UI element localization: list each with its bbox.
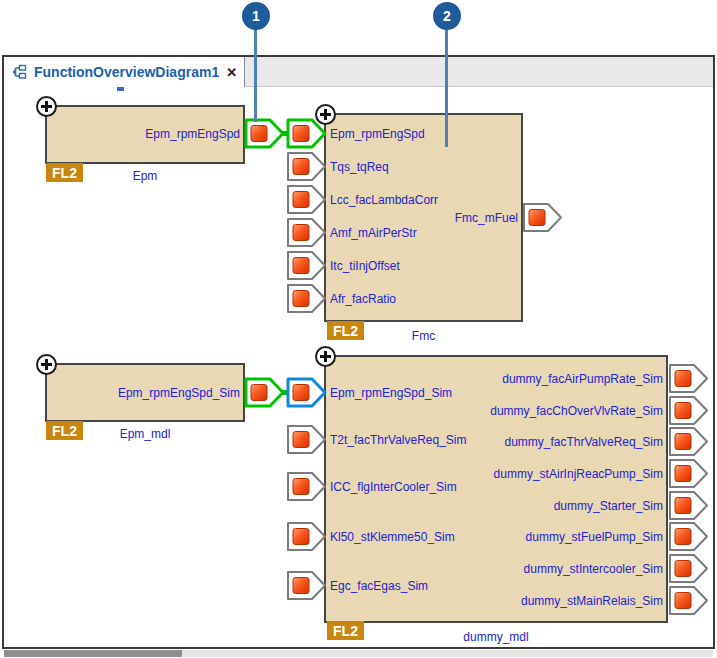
- dummy-output-label-0: dummy_facAirPumpRate_Sim: [502, 371, 663, 387]
- close-icon[interactable]: ✕: [226, 65, 237, 80]
- callout-1-stem: [254, 29, 257, 122]
- epm-fl2-badge: FL2: [46, 163, 83, 182]
- fmc-input-port-2[interactable]: [286, 184, 327, 215]
- dummy-mdl-output-port-5[interactable]: [668, 521, 709, 552]
- fmc-input-label-5: Afr_facRatio: [330, 291, 396, 307]
- epm-output-port[interactable]: [244, 118, 285, 149]
- epm-output-label: Epm_rpmEngSpd: [145, 126, 240, 142]
- epm-mdl-fl2-badge: FL2: [46, 421, 83, 440]
- dummy-mdl-input-port-2[interactable]: [286, 471, 327, 502]
- epm-mdl-output-port[interactable]: [244, 377, 285, 408]
- fmc-input-port-3[interactable]: [286, 217, 327, 248]
- fmc-input-port-4[interactable]: [286, 250, 327, 281]
- diagram-editor-window: FunctionOverviewDiagram1 ✕ Epm_rpmEngSpd…: [0, 0, 717, 658]
- dummy-output-label-4: dummy_Starter_Sim: [554, 498, 663, 514]
- epm-mdl-output-label: Epm_rpmEngSpd_Sim: [118, 385, 240, 401]
- fmc-expand-button[interactable]: [315, 104, 336, 125]
- fmc-input-label-1: Tqs_tqReq: [330, 159, 389, 175]
- dummy-output-label-5: dummy_stFuelPump_Sim: [526, 529, 663, 545]
- fmc-input-label-2: Lcc_facLambdaCorr: [330, 192, 438, 208]
- dummy-input-label-3: Kl50_stKlemme50_Sim: [330, 529, 455, 545]
- callout-1: 1: [242, 2, 270, 30]
- dummy-input-label-4: Egc_facEgas_Sim: [330, 578, 428, 594]
- horizontal-scrollbar-thumb[interactable]: [4, 650, 182, 657]
- dummy-output-label-1: dummy_facChOverVlvRate_Sim: [490, 403, 663, 419]
- dummy-output-label-6: dummy_stIntercooler_Sim: [524, 561, 663, 577]
- dummy-mdl-expand-button[interactable]: [315, 346, 336, 367]
- dummy-mdl-block-name: dummy_mdl: [324, 630, 668, 644]
- dummy-mdl-fl2-badge: FL2: [327, 621, 364, 640]
- dummy-mdl-output-port-7[interactable]: [668, 585, 709, 616]
- fmc-input-label-3: Amf_mAirPerStr: [330, 225, 417, 241]
- epm-expand-button[interactable]: [36, 96, 57, 117]
- fmc-fl2-badge: FL2: [327, 321, 364, 340]
- epm-mdl-expand-button[interactable]: [36, 354, 57, 375]
- callout-2-stem: [445, 29, 448, 147]
- dummy-input-label-2: ICC_flgInterCooler_Sim: [330, 479, 457, 495]
- marker-dot: [117, 87, 124, 91]
- callout-2: 2: [433, 2, 461, 30]
- dummy-mdl-input-port-0[interactable]: [286, 377, 327, 408]
- dummy-mdl-output-port-4[interactable]: [668, 490, 709, 521]
- dummy-input-label-1: T2t_facThrValveReq_Sim: [330, 432, 467, 448]
- fmc-input-port-1[interactable]: [286, 151, 327, 182]
- dummy-mdl-output-port-2[interactable]: [668, 426, 709, 457]
- dummy-mdl-output-port-6[interactable]: [668, 553, 709, 584]
- fmc-input-label-0: Epm_rpmEngSpd: [330, 126, 425, 142]
- fmc-input-port-5[interactable]: [286, 283, 327, 314]
- dummy-input-label-0: Epm_rpmEngSpd_Sim: [330, 385, 452, 401]
- dummy-mdl-input-port-4[interactable]: [286, 570, 327, 601]
- dummy-mdl-output-port-3[interactable]: [668, 458, 709, 489]
- tab-title: FunctionOverviewDiagram1: [34, 64, 219, 80]
- dummy-mdl-input-port-3[interactable]: [286, 521, 327, 552]
- dummy-mdl-input-port-1[interactable]: [286, 424, 327, 455]
- fmc-output-label: Fmc_mFuel: [455, 210, 518, 226]
- diagram-icon: [12, 64, 28, 80]
- tab-function-overview-diagram[interactable]: FunctionOverviewDiagram1 ✕: [4, 57, 245, 87]
- dummy-output-label-2: dummy_facThrValveReq_Sim: [504, 434, 663, 450]
- fmc-output-port[interactable]: [522, 202, 563, 233]
- dummy-output-label-7: dummy_stMainRelais_Sim: [521, 593, 663, 609]
- dummy-mdl-output-port-0[interactable]: [668, 363, 709, 394]
- dummy-output-label-3: dummy_stAirInjReacPump_Sim: [494, 466, 663, 482]
- fmc-input-label-4: Itc_tiInjOffset: [330, 258, 400, 274]
- dummy-mdl-output-port-1[interactable]: [668, 395, 709, 426]
